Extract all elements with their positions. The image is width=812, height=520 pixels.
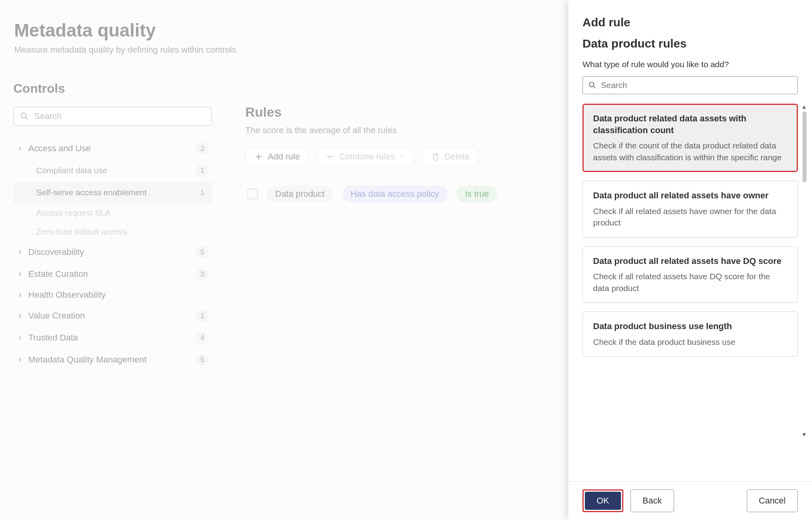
tree-item-estate-curation[interactable]: Estate Curation 3 — [13, 263, 212, 285]
tree-item-access-and-use[interactable]: Access and Use 2 — [13, 137, 212, 159]
rule-card-desc: Check if all related assets have owner f… — [593, 205, 787, 229]
search-icon — [20, 112, 29, 121]
back-button[interactable]: Back — [630, 489, 674, 512]
scroll-thumb[interactable] — [803, 112, 806, 182]
count-badge: 5 — [196, 246, 209, 258]
rule-card-desc: Check if all related assets have DQ scor… — [593, 271, 787, 294]
rule-type-search[interactable] — [582, 76, 798, 94]
svg-line-1 — [26, 117, 28, 120]
plus-icon — [254, 152, 263, 161]
rule-card-desc: Check if the count of the data product r… — [593, 140, 787, 163]
button-label: Add rule — [268, 152, 300, 162]
panel-footer: OK Back Cancel — [568, 481, 812, 520]
tree-item-label: Value Creation — [28, 311, 196, 321]
rule-card-title: Data product all related assets have own… — [593, 190, 787, 201]
button-label: Delete — [445, 152, 470, 162]
sidebar-title: Controls — [13, 81, 212, 96]
delete-button[interactable]: Delete — [422, 147, 479, 166]
tree-item-health-observability[interactable]: Health Observability — [13, 285, 212, 305]
tree-item-label: Health Observability — [28, 290, 209, 300]
rule-card-title: Data product related data assets with cl… — [593, 113, 787, 136]
ok-button-highlight: OK — [582, 489, 623, 512]
tree-item-label: Discoverability — [28, 247, 196, 257]
combine-icon — [326, 152, 334, 161]
tree-child-compliant-data-use[interactable]: Compliant data use 1 — [13, 159, 212, 181]
rule-card-title: Data product business use length — [593, 320, 787, 332]
rule-card-business-use-length[interactable]: Data product business use length Check i… — [582, 311, 798, 357]
count-badge: 1 — [196, 164, 209, 177]
count-badge: 1 — [196, 309, 209, 322]
count-badge: 4 — [196, 331, 209, 344]
tree-child-label: Access request SLA — [36, 208, 209, 218]
controls-search[interactable] — [13, 107, 212, 126]
pill-entity: Data product — [266, 186, 333, 202]
tree-child-label: Compliant data use — [36, 166, 196, 175]
rule-card-desc: Check if the data product business use — [593, 336, 787, 348]
tree-item-label: Metadata Quality Management — [28, 355, 196, 365]
tree-item-label: Access and Use — [28, 143, 196, 154]
svg-line-5 — [593, 86, 595, 88]
ok-button[interactable]: OK — [585, 492, 621, 510]
add-rule-button[interactable]: Add rule — [245, 147, 309, 166]
chevron-down-icon — [17, 145, 24, 152]
tree-item-label: Estate Curation — [28, 269, 196, 279]
count-badge: 3 — [196, 268, 209, 280]
chevron-right-icon — [17, 249, 24, 256]
panel-subtitle: Data product rules — [582, 37, 798, 50]
controls-search-input[interactable] — [34, 111, 205, 121]
rule-card-classification-count[interactable]: Data product related data assets with cl… — [582, 104, 798, 172]
button-label: Combine rules — [339, 152, 395, 162]
panel-title: Add rule — [582, 16, 798, 29]
rule-type-search-input[interactable] — [601, 81, 792, 90]
chevron-right-icon — [17, 356, 24, 363]
rule-card-title: Data product all related assets have DQ … — [593, 255, 787, 267]
tree-item-discoverability[interactable]: Discoverability 5 — [13, 241, 212, 263]
rule-checkbox[interactable] — [248, 189, 258, 199]
tree-item-value-creation[interactable]: Value Creation 1 — [13, 305, 212, 327]
pill-condition: Has data access policy — [342, 186, 448, 202]
tree-child-zero-trust[interactable]: Zero-trust default access — [13, 222, 212, 241]
svg-point-0 — [21, 113, 26, 118]
svg-point-4 — [590, 82, 594, 87]
chevron-right-icon — [17, 291, 24, 298]
tree-child-access-request-sla[interactable]: Access request SLA — [13, 203, 212, 222]
tree-child-label: Zero-trust default access — [36, 227, 209, 236]
rule-card-assets-have-owner[interactable]: Data product all related assets have own… — [582, 181, 798, 237]
cancel-button[interactable]: Cancel — [747, 489, 798, 512]
count-badge: 5 — [196, 353, 209, 366]
rule-card-assets-have-dq[interactable]: Data product all related assets have DQ … — [582, 246, 798, 303]
count-badge: 1 — [196, 186, 209, 199]
add-rule-panel: Add rule Data product rules What type of… — [568, 0, 812, 520]
scroll-up-icon[interactable]: ▲ — [801, 104, 807, 110]
trash-icon — [431, 152, 440, 161]
tree-item-metadata-quality-mgmt[interactable]: Metadata Quality Management 5 — [13, 349, 212, 371]
tree-child-self-serve-access[interactable]: Self-serve access enablement 1 — [13, 181, 212, 203]
tree-item-label: Trusted Data — [28, 333, 196, 343]
panel-question: What type of rule would you like to add? — [582, 60, 798, 69]
rule-type-list: ▲ ▼ Data product related data assets wit… — [582, 104, 798, 438]
chevron-right-icon — [17, 312, 24, 319]
chevron-down-icon — [400, 154, 405, 159]
scroll-down-icon[interactable]: ▼ — [801, 431, 807, 438]
combine-rules-button[interactable]: Combine rules — [317, 147, 414, 166]
tree-child-label: Self-serve access enablement — [36, 188, 196, 197]
pill-value: Is true — [456, 186, 498, 202]
chevron-right-icon — [17, 334, 24, 341]
chevron-right-icon — [17, 271, 24, 278]
controls-sidebar: Controls Access and Use 2 Compliant data… — [0, 67, 226, 516]
tree-item-trusted-data[interactable]: Trusted Data 4 — [13, 327, 212, 349]
count-badge: 2 — [196, 142, 209, 155]
search-icon — [588, 81, 596, 89]
